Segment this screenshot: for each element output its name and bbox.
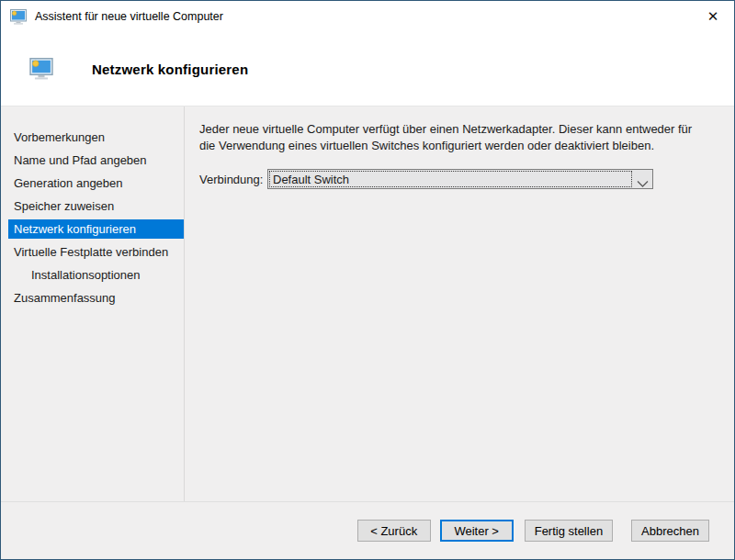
sidebar-item-netzwerk-current[interactable]: Netzwerk konfigurieren [8, 219, 184, 239]
close-button[interactable]: ✕ [693, 2, 733, 31]
sidebar-item-zusammenfassung[interactable]: Zusammenfassung [1, 286, 184, 309]
wizard-steps-sidebar: Vorbemerkungen Name und Pfad angeben Gen… [1, 106, 185, 501]
page-title: Netzwerk konfigurieren [92, 62, 248, 77]
sidebar-item-vorbemerkungen[interactable]: Vorbemerkungen [1, 126, 184, 149]
page-description: Jeder neue virtuelle Computer verfügt üb… [199, 121, 710, 153]
wizard-page-content: Jeder neue virtuelle Computer verfügt üb… [185, 106, 734, 501]
virtual-machine-icon [10, 9, 27, 25]
sidebar-item-virtuelle-festplatte[interactable]: Virtuelle Festplatte verbinden [1, 241, 184, 263]
connection-label: Verbindung: [199, 173, 267, 186]
title-bar: Assistent für neue virtuelle Computer ✕ [1, 1, 734, 32]
connection-row: Verbindung: Default Switch [199, 169, 716, 189]
back-button[interactable]: < Zurück [357, 520, 431, 542]
sidebar-item-installationsoptionen[interactable]: Installationsoptionen [1, 263, 184, 286]
cancel-button[interactable]: Abbrechen [631, 520, 709, 542]
wizard-body: Vorbemerkungen Name und Pfad angeben Gen… [1, 106, 734, 501]
finish-button[interactable]: Fertig stellen [525, 520, 613, 542]
connection-selected-value: Default Switch [269, 171, 632, 187]
wizard-button-bar: < Zurück Weiter > Fertig stellen Abbrech… [1, 501, 734, 559]
wizard-window: Assistent für neue virtuelle Computer ✕ … [0, 0, 735, 560]
chevron-down-icon [637, 175, 649, 184]
virtual-machine-icon-large [29, 58, 53, 80]
sidebar-item-speicher[interactable]: Speicher zuweisen [1, 195, 184, 218]
sidebar-item-generation[interactable]: Generation angeben [1, 172, 184, 195]
connection-select[interactable]: Default Switch [267, 169, 653, 189]
next-button[interactable]: Weiter > [440, 520, 514, 542]
sidebar-item-name-und-pfad[interactable]: Name und Pfad angeben [1, 149, 184, 172]
wizard-header: Netzwerk konfigurieren [1, 32, 734, 106]
window-title: Assistent für neue virtuelle Computer [35, 10, 223, 23]
